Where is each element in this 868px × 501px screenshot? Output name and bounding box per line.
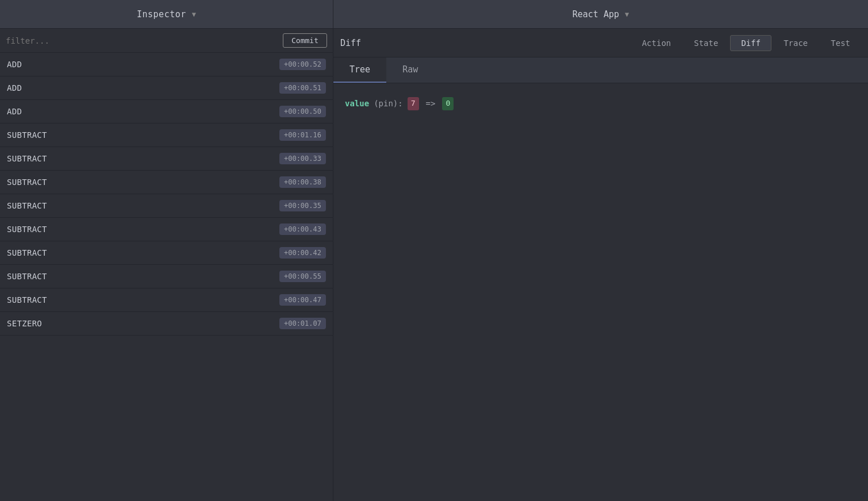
action-list: ADD +00:00.52 ADD +00:00.51 ADD +00:00.5…	[0, 53, 333, 501]
diff-meta: (pin):	[374, 97, 403, 110]
inspector-chevron-icon[interactable]: ▼	[192, 10, 196, 18]
action-item[interactable]: ADD +00:00.51	[0, 76, 333, 100]
diff-line: value (pin): 7 => 0	[345, 97, 857, 110]
tab-diff-button[interactable]: Diff	[730, 35, 771, 51]
filter-input[interactable]	[6, 36, 278, 45]
action-item[interactable]: SUBTRACT +00:00.42	[0, 241, 333, 265]
action-time: +00:00.47	[279, 294, 326, 306]
sub-tab-raw[interactable]: Raw	[386, 57, 434, 83]
action-name: ADD	[7, 83, 22, 93]
sub-tab-tree[interactable]: Tree	[333, 57, 386, 83]
action-name: SUBTRACT	[7, 248, 47, 257]
main-layout: Commit ADD +00:00.52 ADD +00:00.51 ADD +…	[0, 29, 868, 501]
action-name: SUBTRACT	[7, 225, 47, 234]
action-item[interactable]: SUBTRACT +00:00.33	[0, 147, 333, 171]
diff-new-value: 0	[442, 97, 454, 110]
action-item[interactable]: SUBTRACT +00:00.43	[0, 218, 333, 241]
diff-arrow-icon: =>	[426, 97, 436, 110]
filter-bar: Commit	[0, 29, 333, 53]
action-item[interactable]: SUBTRACT +00:00.47	[0, 288, 333, 312]
top-header: Inspector ▼ React App ▼	[0, 0, 868, 29]
diff-old-value: 7	[408, 97, 419, 110]
inspector-title: Inspector	[137, 9, 186, 20]
tab-state-button[interactable]: State	[683, 35, 729, 51]
diff-label: Diff	[340, 38, 361, 48]
diff-content: value (pin): 7 => 0	[333, 83, 868, 501]
action-name: SUBTRACT	[7, 295, 47, 305]
tab-trace-button[interactable]: Trace	[773, 35, 819, 51]
action-item[interactable]: SETZERO +00:01.07	[0, 312, 333, 336]
action-time: +00:00.55	[279, 271, 326, 282]
action-time: +00:00.43	[279, 223, 326, 235]
action-name: SUBTRACT	[7, 130, 47, 140]
action-time: +00:00.38	[279, 176, 326, 188]
inspector-header: Inspector ▼	[0, 0, 333, 28]
action-item[interactable]: SUBTRACT +00:00.35	[0, 194, 333, 218]
tab-buttons: ActionStateDiffTraceTest	[631, 35, 861, 51]
action-time: +00:00.52	[279, 59, 326, 70]
react-app-header: React App ▼	[333, 0, 868, 28]
diff-key: value	[345, 97, 369, 110]
action-item[interactable]: SUBTRACT +00:01.16	[0, 124, 333, 147]
action-name: SUBTRACT	[7, 154, 47, 163]
react-app-title: React App	[573, 9, 619, 20]
right-panel: Diff ActionStateDiffTraceTest TreeRaw va…	[333, 29, 868, 501]
action-time: +00:01.07	[279, 318, 326, 329]
action-name: SETZERO	[7, 319, 42, 328]
sub-tabs: TreeRaw	[333, 57, 868, 83]
left-panel: Commit ADD +00:00.52 ADD +00:00.51 ADD +…	[0, 29, 333, 501]
tab-test-button[interactable]: Test	[820, 35, 861, 51]
action-name: SUBTRACT	[7, 178, 47, 187]
action-item[interactable]: SUBTRACT +00:00.55	[0, 265, 333, 288]
action-time: +00:00.51	[279, 82, 326, 94]
action-time: +00:00.50	[279, 106, 326, 117]
action-item[interactable]: ADD +00:00.52	[0, 53, 333, 76]
action-name: ADD	[7, 107, 22, 116]
action-item[interactable]: ADD +00:00.50	[0, 100, 333, 124]
commit-button[interactable]: Commit	[283, 33, 327, 48]
tab-action-button[interactable]: Action	[631, 35, 682, 51]
action-name: ADD	[7, 60, 22, 69]
action-time: +00:00.33	[279, 153, 326, 164]
react-app-chevron-icon[interactable]: ▼	[625, 10, 629, 18]
right-top-bar: Diff ActionStateDiffTraceTest	[333, 29, 868, 57]
action-time: +00:00.42	[279, 247, 326, 259]
action-time: +00:00.35	[279, 200, 326, 211]
action-time: +00:01.16	[279, 129, 326, 141]
action-name: SUBTRACT	[7, 201, 47, 210]
action-name: SUBTRACT	[7, 272, 47, 281]
action-item[interactable]: SUBTRACT +00:00.38	[0, 171, 333, 194]
